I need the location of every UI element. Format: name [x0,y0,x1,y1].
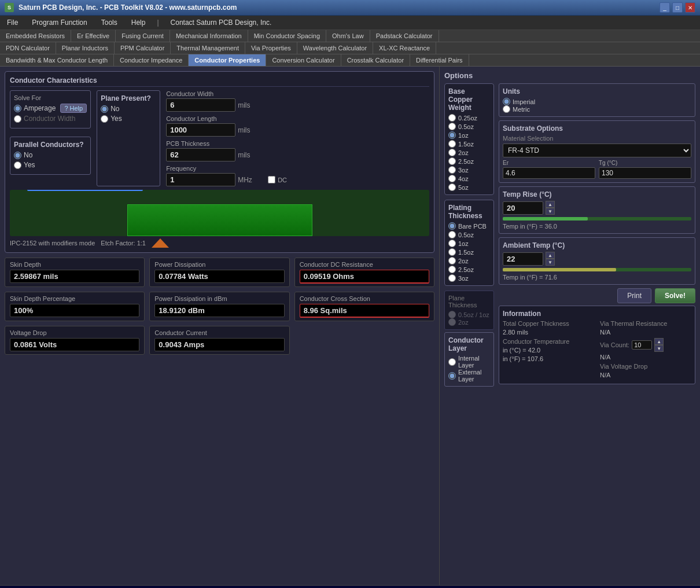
tab-bandwidth-max-conductor-length[interactable]: Bandwidth & Max Conductor Length [0,54,114,66]
pcb-thickness-input[interactable] [166,148,235,161]
copper-4oz[interactable] [448,175,456,182]
plane-no-radio[interactable] [101,105,108,113]
conductor-layer-title: Conductor Layer [448,336,490,352]
plane-present-title: Plane Present? [101,94,156,102]
conductor-length-group: Conductor Length mils [166,115,429,137]
mode-text: IPC-2152 with modifiers mode [10,240,95,247]
parallel-no-radio[interactable] [14,152,21,159]
menu-file[interactable]: File [5,17,20,28]
conductor-width-input[interactable] [166,98,235,112]
ambient-temp-title: Ambient Temp (°C) [503,241,691,249]
copper-15oz[interactable] [448,140,456,148]
copper-05oz[interactable] [448,123,456,130]
print-button[interactable]: Print [617,288,651,303]
menu-contact[interactable]: Contact Saturn PCB Design, Inc. [168,17,274,28]
power-dissipation-dbm-box: Power Dissipation in dBm 18.9120 dBm [149,292,289,321]
menu-program-function[interactable]: Program Function [30,17,89,28]
tab-conversion-calculator[interactable]: Conversion Calculator [266,54,341,66]
power-dissipation-value: 0.07784 Watts [154,270,284,283]
tab-ohms-law[interactable]: Ohm's Law [326,30,370,42]
tab-fusing-current[interactable]: Fusing Current [116,30,170,42]
via-count-input[interactable] [632,340,652,350]
conductor-width-group: Conductor Width mils [166,90,429,112]
ambient-temp-f: Temp in (°F) = 71.6 [503,274,691,281]
maximize-button[interactable]: □ [672,2,683,13]
er-label: Er [503,160,595,166]
copper-3oz[interactable] [448,166,456,174]
base-copper-weight-list: 0.25oz 0.5oz 1oz 1.5oz 2oz 2.5oz 3oz 4oz… [448,114,490,191]
plating-15oz[interactable] [448,248,456,256]
temp-rise-input[interactable] [503,201,543,215]
plane-yes-radio[interactable] [101,115,108,123]
voltage-drop-box: Voltage Drop 0.0861 Volts [5,326,145,355]
tab-conductor-impedance[interactable]: Conductor Impedance [114,54,189,66]
layer-internal[interactable] [448,358,456,366]
via-count-down[interactable]: ▼ [654,345,664,352]
tab-via-properties[interactable]: Via Properties [245,42,297,54]
parallel-yes-radio[interactable] [14,161,21,169]
tab-padstack-calculator[interactable]: Padstack Calculator [370,30,439,42]
close-button[interactable]: ✕ [685,2,695,13]
tab-wavelength-calculator[interactable]: Wavelength Calculator [297,42,373,54]
tab-conductor-properties[interactable]: Conductor Properties [189,54,266,66]
menu-help[interactable]: Help [129,17,148,28]
frequency-label: Frequency [166,165,429,172]
tab-mechanical-information[interactable]: Mechanical Information [170,30,248,42]
er-input[interactable] [503,167,595,179]
skin-depth-label: Skin Depth [10,261,139,268]
tab-xl-xc-reactance[interactable]: XL-XC Reactance [373,42,436,54]
temp-rise-up[interactable]: ▲ [546,201,555,208]
plating-3oz[interactable] [448,274,456,282]
nav-row-3: Bandwidth & Max Conductor Length Conduct… [0,54,700,67]
units-metric[interactable] [503,105,510,113]
help-button[interactable]: ? Help [60,104,87,113]
via-count-up[interactable]: ▲ [654,338,664,345]
temp-rise-down[interactable]: ▼ [546,208,555,215]
tab-differential-pairs[interactable]: Differential Pairs [410,54,469,66]
temp-rise-title: Temp Rise (°C) [503,190,691,199]
power-dissipation-box: Power Dissipation 0.07784 Watts [149,258,289,287]
plane-thick-05-1oz [448,311,456,318]
tab-planar-inductors[interactable]: Planar Inductors [56,42,115,54]
solve-button[interactable]: Solve! [655,288,695,303]
material-select[interactable]: FR-4 STD Rogers 4350 Polyimide [503,144,691,157]
ambient-temp-input[interactable] [503,252,543,266]
tab-pdn-calculator[interactable]: PDN Calculator [0,42,56,54]
layer-external[interactable] [448,372,456,380]
tab-thermal-management[interactable]: Thermal Management [171,42,245,54]
tg-label: Tg (°C) [599,160,691,166]
conductor-temperature-label: Conductor Temperature [503,338,569,345]
conductor-current-value: 0.9043 Amps [154,338,284,351]
copper-1oz[interactable] [448,131,456,139]
temp-rise-progress [503,217,691,220]
solve-conductor-width-radio[interactable] [14,115,21,123]
plating-05oz[interactable] [448,231,456,238]
copper-25oz[interactable] [448,157,456,165]
plating-25oz[interactable] [448,266,456,273]
frequency-input[interactable] [166,173,235,186]
tab-ppm-calculator[interactable]: PPM Calculator [115,42,171,54]
solve-for-box: Solve For Amperage ? Help Conductor Widt… [10,90,91,128]
plane-thickness-box: Plane Thickness 0.5oz / 1oz 2oz [444,291,494,330]
plating-1oz[interactable] [448,240,456,247]
base-copper-weight-title: Base Copper Weight [448,87,490,112]
tab-er-effective[interactable]: Er Effective [71,30,116,42]
parallel-conductors-title: Parallel Conductors? [14,141,87,149]
solve-amperage-radio[interactable] [14,105,21,112]
menu-tools[interactable]: Tools [99,17,120,28]
conductor-length-input[interactable] [166,123,235,137]
plating-bare[interactable] [448,222,456,230]
tab-embedded-resistors[interactable]: Embedded Resistors [0,30,71,42]
copper-5oz[interactable] [448,183,456,191]
tab-min-conductor-spacing[interactable]: Min Conductor Spacing [248,30,326,42]
tab-crosstalk-calculator[interactable]: Crosstalk Calculator [341,54,410,66]
units-imperial[interactable] [503,98,510,105]
copper-2oz[interactable] [448,149,456,156]
ambient-temp-down[interactable]: ▼ [546,259,555,266]
ambient-temp-up[interactable]: ▲ [546,252,555,259]
minimize-button[interactable]: _ [660,2,670,13]
tg-input[interactable] [599,167,691,179]
dc-checkbox[interactable] [268,176,275,183]
copper-025oz[interactable] [448,114,456,122]
plating-2oz[interactable] [448,257,456,264]
